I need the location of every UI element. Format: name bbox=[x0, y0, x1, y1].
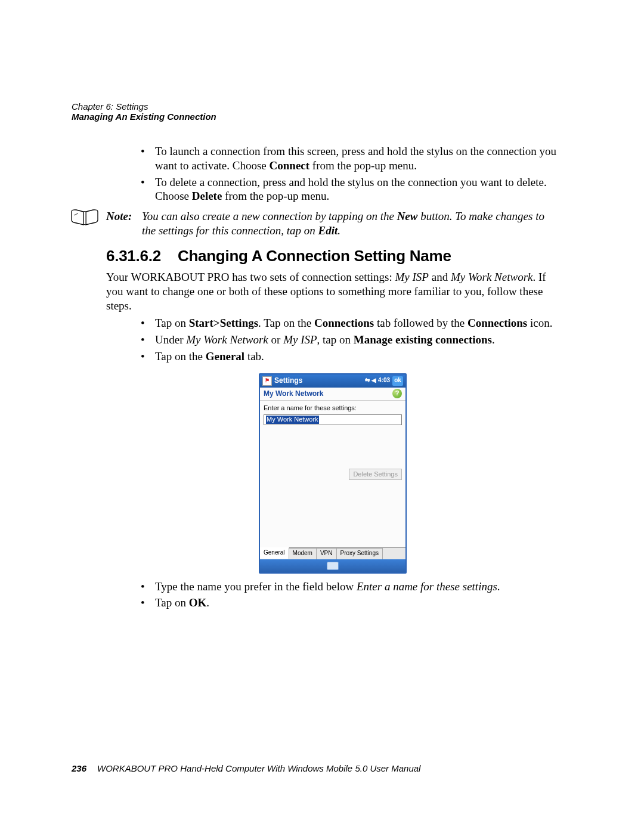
page-number: 236 bbox=[72, 763, 86, 773]
list-item: Type the name you prefer in the field be… bbox=[141, 580, 559, 594]
list-item: To delete a connection, press and hold t… bbox=[141, 175, 559, 204]
wm-titlebar: ⚑ Settings ⇆ ◀ 4:03 ok bbox=[260, 374, 405, 388]
wm-tabs: General Modem VPN Proxy Settings bbox=[260, 547, 405, 559]
page-footer: 236WORKABOUT PRO Hand-Held Computer With… bbox=[72, 763, 420, 773]
keyboard-icon[interactable] bbox=[327, 562, 339, 570]
bullet-list-mid: Tap on Start>Settings. Tap on the Connec… bbox=[141, 316, 559, 363]
bullet-list-top: To launch a connection from this screen,… bbox=[141, 144, 559, 203]
section-title: Changing A Connection Setting Name bbox=[178, 247, 451, 265]
windows-mobile-window: ⚑ Settings ⇆ ◀ 4:03 ok My Work Network ?… bbox=[259, 373, 407, 574]
book-icon bbox=[70, 208, 99, 227]
list-item: Under My Work Network or My ISP, tap on … bbox=[141, 333, 559, 347]
tab-modem[interactable]: Modem bbox=[289, 548, 317, 559]
list-item: Tap on Start>Settings. Tap on the Connec… bbox=[141, 316, 559, 330]
section-number: 6.31.6.2 bbox=[106, 247, 161, 265]
section-label: Managing An Existing Connection bbox=[72, 112, 216, 122]
wm-title: Settings bbox=[274, 376, 363, 385]
wm-subtitle-bar: My Work Network ? bbox=[260, 388, 405, 401]
clock-text: 4:03 bbox=[378, 377, 390, 385]
field-label: Enter a name for these settings: bbox=[264, 404, 402, 413]
wm-status-icons: ⇆ ◀ 4:03 bbox=[365, 377, 390, 385]
list-item: To launch a connection from this screen,… bbox=[141, 144, 559, 173]
footer-text: WORKABOUT PRO Hand-Held Computer With Wi… bbox=[97, 763, 420, 773]
wm-bottombar bbox=[260, 559, 405, 572]
connectivity-icon: ⇆ bbox=[365, 377, 370, 385]
paragraph: Your WORKABOUT PRO has two sets of conne… bbox=[106, 270, 559, 312]
note-label: Note: bbox=[106, 209, 142, 238]
wm-subtitle: My Work Network bbox=[264, 389, 323, 398]
tab-vpn[interactable]: VPN bbox=[317, 548, 337, 559]
list-item: Tap on the General tab. bbox=[141, 349, 559, 364]
running-header: Chapter 6: Settings Managing An Existing… bbox=[72, 101, 216, 122]
settings-name-input[interactable]: My Work Network bbox=[264, 414, 402, 425]
note-text: You can also create a new connection by … bbox=[142, 209, 559, 238]
help-icon[interactable]: ? bbox=[392, 389, 402, 398]
speaker-icon: ◀ bbox=[371, 377, 376, 385]
bullet-list-bottom: Type the name you prefer in the field be… bbox=[141, 580, 559, 611]
delete-settings-button[interactable]: Delete Settings bbox=[349, 469, 402, 481]
screenshot-container: ⚑ Settings ⇆ ◀ 4:03 ok My Work Network ?… bbox=[259, 373, 407, 574]
list-item: Tap on OK. bbox=[141, 596, 559, 610]
start-flag-icon[interactable]: ⚑ bbox=[262, 376, 272, 386]
ok-button[interactable]: ok bbox=[392, 376, 403, 386]
tab-general[interactable]: General bbox=[260, 547, 289, 559]
tab-proxy-settings[interactable]: Proxy Settings bbox=[337, 548, 383, 559]
page-content: To launch a connection from this screen,… bbox=[106, 144, 559, 610]
wm-body: Enter a name for these settings: My Work… bbox=[260, 401, 405, 547]
section-heading: 6.31.6.2Changing A Connection Setting Na… bbox=[106, 246, 559, 266]
note-block: Note: You can also create a new connecti… bbox=[106, 209, 559, 238]
chapter-label: Chapter 6: Settings bbox=[72, 101, 216, 112]
